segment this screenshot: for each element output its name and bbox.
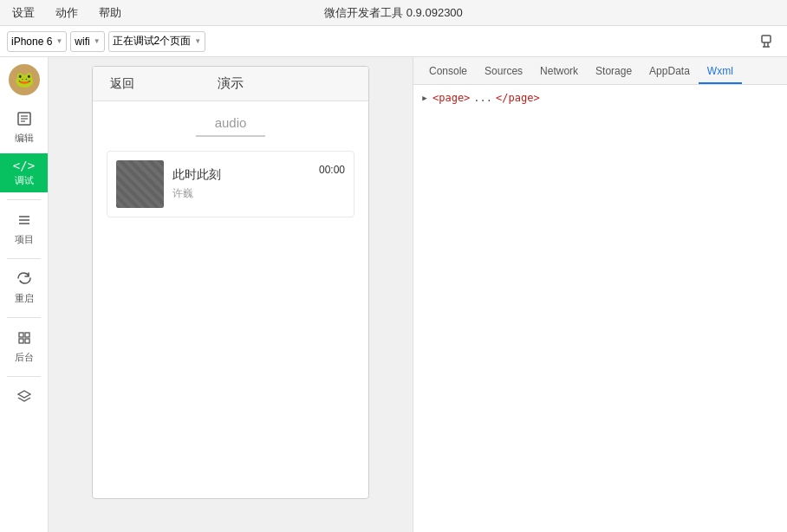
- audio-card[interactable]: ▶ 此时此刻 许巍 00:00: [107, 151, 354, 217]
- debug-icon: </>: [13, 159, 35, 172]
- tab-storage[interactable]: Storage: [587, 60, 641, 84]
- expand-triangle-icon[interactable]: ▶: [420, 94, 429, 102]
- svg-rect-11: [19, 333, 23, 337]
- phone-back-button[interactable]: 返回: [110, 76, 134, 92]
- sidebar-item-backend[interactable]: 后台: [0, 325, 48, 369]
- tab-sources[interactable]: Sources: [476, 60, 531, 84]
- sidebar-project-label: 项目: [15, 233, 34, 246]
- xml-page-line[interactable]: ▶ <page> ... </page>: [420, 92, 780, 104]
- xml-dots: ...: [473, 92, 492, 104]
- sidebar-edit-label: 编辑: [15, 132, 34, 145]
- thumbnail-image: [116, 160, 164, 208]
- menu-actions[interactable]: 动作: [52, 5, 81, 21]
- svg-marker-15: [18, 391, 30, 398]
- xml-open-tag: <page>: [433, 92, 470, 104]
- edit-icon: [16, 111, 32, 130]
- sidebar-item-edit[interactable]: 编辑: [0, 106, 48, 150]
- audio-song-title: 此时此刻: [172, 167, 310, 183]
- tab-appdata[interactable]: AppData: [641, 60, 699, 84]
- svg-rect-13: [19, 339, 23, 343]
- sidebar: 🐸 编辑 </> 调试: [0, 57, 49, 532]
- sidebar-item-debug[interactable]: </> 调试: [0, 153, 48, 192]
- inspect-button[interactable]: [756, 29, 780, 54]
- sidebar-item-project[interactable]: 项目: [0, 207, 48, 251]
- project-icon: [16, 212, 32, 231]
- device-selector[interactable]: iPhone 6 ▼: [7, 31, 67, 52]
- sidebar-divider-4: [7, 376, 41, 377]
- sidebar-backend-label: 后台: [15, 351, 34, 364]
- svg-rect-14: [25, 339, 29, 343]
- devtools-panel: Console Sources Network Storage AppData …: [413, 57, 787, 532]
- avatar-emoji: 🐸: [15, 70, 34, 89]
- menu-help[interactable]: 帮助: [95, 5, 125, 21]
- backend-icon: [16, 330, 32, 349]
- menu-bar: 设置 动作 帮助 微信开发者工具 0.9.092300: [0, 0, 787, 26]
- app-title: 微信开发者工具 0.9.092300: [324, 5, 463, 21]
- audio-info: 此时此刻 许巍: [172, 167, 310, 201]
- audio-time: 00:00: [319, 160, 345, 176]
- device-label: iPhone 6: [11, 36, 52, 48]
- tab-wxml[interactable]: Wxml: [699, 60, 742, 84]
- devtools-tabs: Console Sources Network Storage AppData …: [413, 57, 787, 85]
- tab-network[interactable]: Network: [531, 60, 587, 84]
- tab-console[interactable]: Console: [420, 60, 476, 84]
- sidebar-debug-label: 调试: [15, 174, 34, 187]
- xml-close-tag: </page>: [496, 92, 540, 104]
- sidebar-divider-1: [7, 199, 41, 200]
- sidebar-divider-3: [7, 317, 41, 318]
- phone-header: 返回 演示: [93, 67, 368, 101]
- avatar[interactable]: 🐸: [9, 64, 40, 95]
- sidebar-item-layers[interactable]: [0, 384, 48, 413]
- phone-frame: 返回 演示 audio ▶ 此时此刻 许巍 00:00: [92, 66, 369, 499]
- network-selector[interactable]: wifi ▼: [70, 31, 104, 52]
- sidebar-item-restart[interactable]: 重启: [0, 266, 48, 310]
- main-area: 🐸 编辑 </> 调试: [0, 57, 787, 532]
- audio-thumbnail: ▶: [116, 160, 164, 208]
- layers-icon: [16, 389, 32, 408]
- phone-body: audio ▶ 此时此刻 许巍 00:00: [93, 101, 368, 498]
- sidebar-divider-2: [7, 258, 41, 259]
- menu-settings[interactable]: 设置: [9, 5, 38, 21]
- restart-icon: [16, 271, 32, 290]
- svg-rect-12: [25, 333, 29, 337]
- network-label: wifi: [75, 36, 89, 48]
- phone-title: 演示: [218, 75, 244, 92]
- network-arrow-icon: ▼: [94, 37, 101, 45]
- simulator-area: 返回 演示 audio ▶ 此时此刻 许巍 00:00: [49, 57, 413, 532]
- device-arrow-icon: ▼: [55, 37, 62, 45]
- audio-section-label: audio: [196, 115, 265, 137]
- sidebar-restart-label: 重启: [15, 292, 34, 305]
- audio-artist-name: 许巍: [172, 186, 310, 201]
- devtools-body: ▶ <page> ... </page>: [413, 85, 787, 532]
- toolbar: iPhone 6 ▼ wifi ▼ 正在调试2个页面 ▼: [0, 26, 787, 57]
- debug-selector[interactable]: 正在调试2个页面 ▼: [108, 31, 206, 52]
- debug-arrow-icon: ▼: [194, 37, 201, 45]
- debug-label: 正在调试2个页面: [113, 34, 192, 49]
- svg-rect-0: [762, 36, 771, 42]
